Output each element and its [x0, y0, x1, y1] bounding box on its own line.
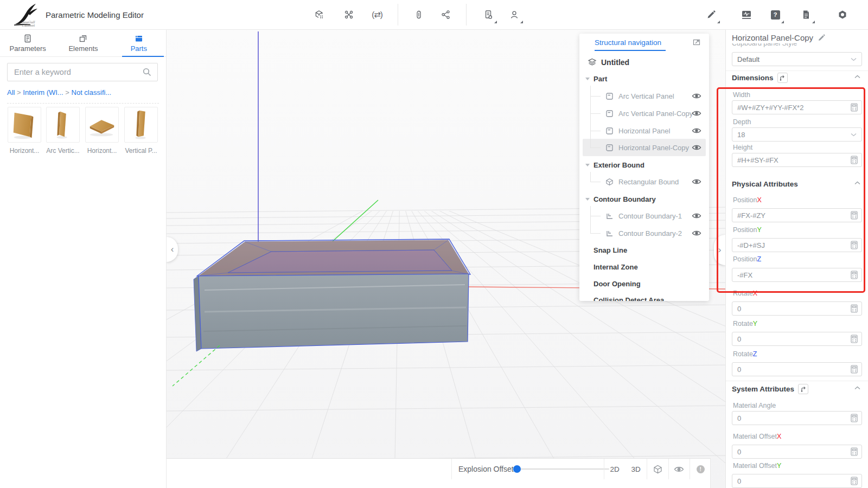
- formula-link-icon[interactable]: [798, 384, 808, 394]
- explosion-offsets-slider[interactable]: [515, 459, 609, 479]
- help-button[interactable]: ?: [765, 5, 785, 24]
- tree-group-exterior-bound[interactable]: Exterior Bound: [579, 158, 709, 172]
- share-structure-button[interactable]: [436, 5, 456, 24]
- breadcrumb-link-category[interactable]: Not classifi...: [72, 88, 112, 97]
- calculator-icon[interactable]: [851, 477, 858, 485]
- mode-2d-button[interactable]: 2D: [604, 459, 626, 479]
- width-input[interactable]: #W+#ZY+#YY-#FX*2: [732, 100, 862, 114]
- tab-elements[interactable]: Elements: [55, 30, 111, 56]
- material-angle-input[interactable]: 0: [732, 411, 862, 425]
- tree-group-door-opening[interactable]: Door Opening: [579, 277, 709, 291]
- calculator-icon[interactable]: [851, 365, 858, 374]
- calculator-icon[interactable]: [851, 211, 858, 220]
- collapse-triangle-icon[interactable]: [585, 78, 590, 80]
- link-binding-button[interactable]: [409, 5, 429, 24]
- calculator-icon[interactable]: [851, 241, 858, 249]
- visibility-eye-button[interactable]: [692, 213, 701, 219]
- tree-group-part[interactable]: Part: [579, 72, 709, 86]
- tree-item-horizontal-panel[interactable]: Horizontal Panel: [579, 122, 709, 139]
- monitor-activity-button[interactable]: [737, 5, 756, 24]
- calculator-icon[interactable]: [851, 271, 858, 279]
- tree-root-row[interactable]: Untitled: [579, 55, 709, 69]
- breadcrumb-separator: >: [65, 88, 69, 97]
- visibility-eye-button[interactable]: [692, 144, 701, 151]
- panel-expand-button[interactable]: [690, 38, 704, 47]
- swap-parameters-button[interactable]: (⇄): [367, 5, 387, 24]
- calculator-icon[interactable]: [851, 335, 858, 343]
- visibility-eye-button[interactable]: [692, 93, 701, 99]
- document-log-button[interactable]: [796, 5, 816, 24]
- tree-group-label: Collision Detect Area: [593, 296, 664, 301]
- cupboard-style-select[interactable]: Default: [732, 52, 862, 66]
- mesh-relations-button[interactable]: [339, 5, 359, 24]
- calculator-icon[interactable]: [851, 304, 858, 313]
- part-thumbnail-vertical[interactable]: [124, 107, 158, 143]
- physical-collapse-chevron[interactable]: [854, 181, 860, 185]
- visibility-button[interactable]: [668, 459, 690, 479]
- part-thumbnail-arc-vertical[interactable]: [46, 107, 80, 143]
- collapse-triangle-icon[interactable]: [585, 198, 590, 201]
- tab-parts[interactable]: Parts: [111, 30, 167, 56]
- tree-item-arc-vertical-panel[interactable]: Arc Vertical Panel: [579, 87, 709, 105]
- tree-item-arc-vertical-panel-copy[interactable]: Arc Vertical Panel-Copy: [579, 105, 709, 122]
- material-offset-y-input[interactable]: 0: [732, 474, 862, 488]
- mode-3d-button[interactable]: 3D: [626, 459, 647, 479]
- tree-group-snap-line[interactable]: Snap Line: [579, 243, 709, 257]
- calculator-icon[interactable]: [851, 103, 858, 112]
- component-library-button[interactable]: [309, 5, 329, 24]
- depth-select[interactable]: 18: [732, 127, 862, 142]
- tree-item-rectangular-bound[interactable]: Rectangular Bound: [579, 173, 709, 190]
- dimensions-collapse-chevron[interactable]: [854, 75, 860, 79]
- parts-search-box[interactable]: [7, 63, 158, 81]
- calculator-icon[interactable]: [851, 447, 858, 456]
- tab-parameters[interactable]: Parameters: [0, 30, 55, 56]
- system-collapse-chevron[interactable]: [854, 386, 860, 390]
- model-cabinet-box[interactable]: [194, 239, 470, 351]
- breadcrumb-link-all[interactable]: All: [7, 88, 15, 97]
- rename-pencil-icon[interactable]: [818, 34, 826, 42]
- part-thumbnail-horizontal-2[interactable]: [85, 107, 119, 143]
- calculator-icon[interactable]: [851, 156, 858, 164]
- tree-item-horizontal-panel-copy-selected[interactable]: Horizontal Panel-Copy: [579, 139, 709, 156]
- visibility-eye-button[interactable]: [692, 127, 701, 134]
- position-x-input[interactable]: #FX-#ZY: [732, 208, 862, 222]
- height-input[interactable]: #H+#SY-#FX: [732, 153, 862, 167]
- visibility-eye-button[interactable]: [692, 110, 701, 117]
- part-thumbnail-horizontal-1[interactable]: [8, 107, 41, 143]
- formula-link-icon[interactable]: [777, 73, 788, 83]
- material-offset-x-input[interactable]: 0: [732, 445, 862, 459]
- breadcrumb-link-interim[interactable]: Interim (WI...: [23, 88, 63, 97]
- tree-item-contour-boundary-1[interactable]: Contour Boundary-1: [579, 207, 709, 224]
- bound-cube-icon: [605, 178, 614, 186]
- calculator-icon[interactable]: [851, 414, 858, 422]
- system-attributes-header[interactable]: System Attributes: [732, 383, 808, 394]
- edit-mode-button[interactable]: [701, 5, 721, 24]
- rotate-z-input[interactable]: 0: [732, 362, 862, 376]
- dimensions-section-header[interactable]: Dimensions: [732, 72, 788, 83]
- tree-group-collision-detect-area[interactable]: Collision Detect Area: [579, 293, 709, 301]
- position-y-input[interactable]: -#D+#SJ: [732, 238, 862, 252]
- visibility-eye-button[interactable]: [692, 230, 701, 236]
- tree-group-contour-boundary[interactable]: Contour Boundary: [579, 192, 709, 206]
- search-icon[interactable]: [142, 67, 152, 77]
- tree-item-contour-boundary-2[interactable]: Contour Boundary-2: [579, 224, 709, 242]
- slider-thumb[interactable]: [513, 465, 521, 473]
- rotate-y-input[interactable]: 0: [732, 332, 862, 346]
- physical-attributes-header[interactable]: Physical Attributes: [732, 178, 798, 189]
- position-z-input[interactable]: -#FX: [732, 268, 862, 282]
- collapse-triangle-icon[interactable]: [585, 164, 590, 166]
- document-options-button[interactable]: [478, 5, 498, 24]
- rotate-x-input[interactable]: 0: [732, 301, 862, 316]
- settings-button[interactable]: [833, 5, 852, 24]
- cube-view-button[interactable]: [647, 459, 668, 479]
- slider-track[interactable]: [515, 468, 609, 470]
- bottom-bar-divider: [451, 459, 452, 479]
- user-profile-button[interactable]: [505, 5, 524, 24]
- search-input[interactable]: [13, 67, 142, 77]
- visibility-eye-button[interactable]: [692, 178, 701, 185]
- structural-navigation-tab[interactable]: Structural navigation: [595, 38, 661, 47]
- dropdown-caret-icon: [812, 21, 815, 23]
- cube-icon: [653, 465, 662, 474]
- tree-group-internal-zone[interactable]: Internal Zone: [579, 260, 709, 274]
- warning-button[interactable]: !: [690, 459, 711, 479]
